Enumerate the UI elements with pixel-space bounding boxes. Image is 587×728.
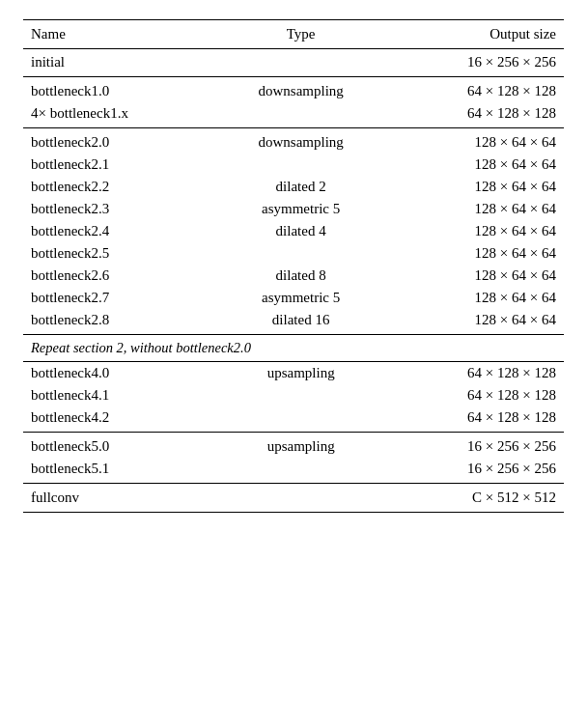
cell-output-size: 128 × 64 × 64 (386, 309, 564, 335)
table-row: bottleneck2.7asymmetric 5128 × 64 × 64 (23, 287, 564, 309)
cell-output-size: 64 × 128 × 128 (386, 102, 564, 128)
cell-type (215, 458, 386, 484)
cell-name: bottleneck2.5 (23, 242, 215, 265)
table-row: bottleneck5.0upsampling16 × 256 × 256 (23, 433, 564, 459)
table-row: bottleneck5.116 × 256 × 256 (23, 458, 564, 484)
cell-name: bottleneck2.1 (23, 154, 215, 176)
cell-type (215, 242, 386, 265)
cell-output-size: 128 × 64 × 64 (386, 220, 564, 242)
cell-name: bottleneck2.8 (23, 309, 215, 335)
cell-output-size: 128 × 64 × 64 (386, 176, 564, 198)
cell-type: downsampling (215, 128, 386, 154)
cell-output-size: 16 × 256 × 256 (386, 458, 564, 484)
cell-output-size: 64 × 128 × 128 (386, 406, 564, 433)
cell-name: bottleneck5.0 (23, 433, 215, 459)
cell-name: bottleneck4.1 (23, 384, 215, 406)
cell-output-size: 128 × 64 × 64 (386, 242, 564, 265)
cell-output-size: 128 × 64 × 64 (386, 265, 564, 287)
cell-name: bottleneck2.6 (23, 265, 215, 287)
repeat-note-row: Repeat section 2, without bottleneck2.0 (23, 335, 564, 362)
cell-output-size: C × 512 × 512 (386, 484, 564, 513)
cell-name: bottleneck4.0 (23, 362, 215, 385)
cell-output-size: 64 × 128 × 128 (386, 362, 564, 385)
table-row: bottleneck2.3asymmetric 5128 × 64 × 64 (23, 198, 564, 220)
table-row: bottleneck2.8dilated 16128 × 64 × 64 (23, 309, 564, 335)
table-row: bottleneck2.6dilated 8128 × 64 × 64 (23, 265, 564, 287)
cell-name: bottleneck5.1 (23, 458, 215, 484)
cell-type (215, 406, 386, 433)
cell-type: asymmetric 5 (215, 198, 386, 220)
cell-type (215, 384, 386, 406)
cell-type: dilated 8 (215, 265, 386, 287)
cell-name: bottleneck2.4 (23, 220, 215, 242)
cell-name: initial (23, 49, 215, 77)
cell-type: upsampling (215, 433, 386, 459)
table-row: bottleneck2.2dilated 2128 × 64 × 64 (23, 176, 564, 198)
cell-type (215, 154, 386, 176)
cell-output-size: 128 × 64 × 64 (386, 128, 564, 154)
table-row: fullconvC × 512 × 512 (23, 484, 564, 513)
table-header-row: Name Type Output size (23, 20, 564, 49)
cell-type: dilated 4 (215, 220, 386, 242)
cell-type (215, 484, 386, 513)
cell-name: bottleneck1.0 (23, 77, 215, 103)
table-row: bottleneck2.0downsampling128 × 64 × 64 (23, 128, 564, 154)
cell-name: bottleneck2.2 (23, 176, 215, 198)
cell-output-size: 128 × 64 × 64 (386, 198, 564, 220)
table-row: bottleneck4.164 × 128 × 128 (23, 384, 564, 406)
header-output-size: Output size (386, 20, 564, 49)
cell-type: upsampling (215, 362, 386, 385)
cell-type: downsampling (215, 77, 386, 103)
cell-output-size: 64 × 128 × 128 (386, 384, 564, 406)
cell-name: 4× bottleneck1.x (23, 102, 215, 128)
cell-output-size: 64 × 128 × 128 (386, 77, 564, 103)
header-type: Type (215, 20, 386, 49)
table-row: bottleneck2.1128 × 64 × 64 (23, 154, 564, 176)
cell-type: asymmetric 5 (215, 287, 386, 309)
cell-output-size: 128 × 64 × 64 (386, 287, 564, 309)
table-row: initial16 × 256 × 256 (23, 49, 564, 77)
cell-name: fullconv (23, 484, 215, 513)
cell-output-size: 128 × 64 × 64 (386, 154, 564, 176)
header-name: Name (23, 20, 215, 49)
cell-output-size: 16 × 256 × 256 (386, 49, 564, 77)
table-row: bottleneck4.264 × 128 × 128 (23, 406, 564, 433)
cell-type: dilated 2 (215, 176, 386, 198)
cell-name: bottleneck2.3 (23, 198, 215, 220)
cell-name: bottleneck2.0 (23, 128, 215, 154)
cell-output-size: 16 × 256 × 256 (386, 433, 564, 459)
table-row: bottleneck2.4dilated 4128 × 64 × 64 (23, 220, 564, 242)
cell-name: bottleneck4.2 (23, 406, 215, 433)
table-container: Name Type Output size initial16 × 256 × … (23, 19, 564, 513)
architecture-table: Name Type Output size initial16 × 256 × … (23, 19, 564, 513)
cell-type (215, 102, 386, 128)
cell-type: dilated 16 (215, 309, 386, 335)
table-row: bottleneck1.0downsampling64 × 128 × 128 (23, 77, 564, 103)
repeat-note-text: Repeat section 2, without bottleneck2.0 (23, 335, 564, 362)
table-row: bottleneck4.0upsampling64 × 128 × 128 (23, 362, 564, 385)
table-row: 4× bottleneck1.x64 × 128 × 128 (23, 102, 564, 128)
table-row: bottleneck2.5128 × 64 × 64 (23, 242, 564, 265)
cell-type (215, 49, 386, 77)
cell-name: bottleneck2.7 (23, 287, 215, 309)
